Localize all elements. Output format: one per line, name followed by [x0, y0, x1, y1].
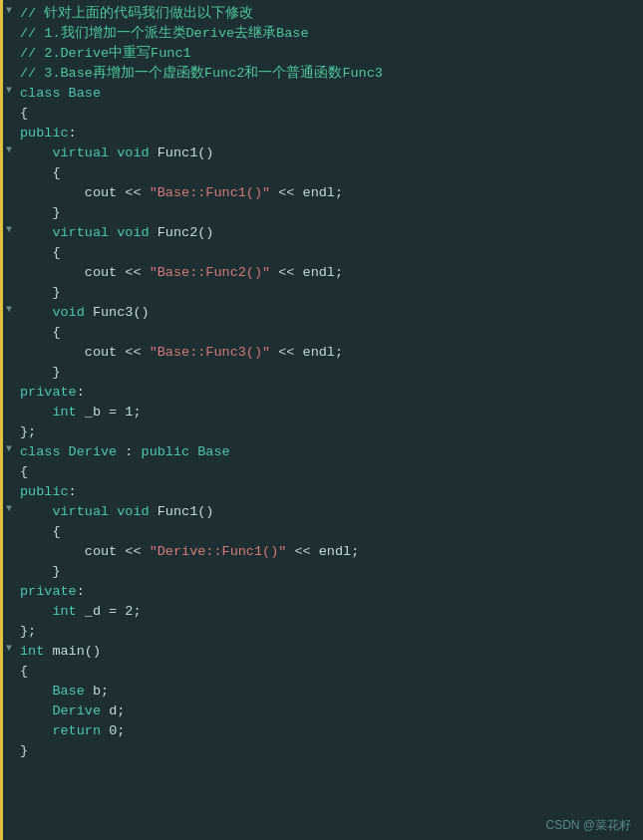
fold-gutter[interactable]: ▼: [0, 84, 18, 96]
line-content: cout << "Base::Func2()" << endl;: [18, 263, 643, 283]
fold-gutter: [0, 522, 18, 523]
code-line: private:: [0, 582, 643, 602]
fold-gutter[interactable]: ▼: [0, 4, 18, 16]
fold-gutter: [0, 183, 18, 184]
line-content: int _b = 1;: [18, 403, 643, 422]
fold-gutter: [0, 343, 18, 344]
token: Derive: [69, 444, 118, 459]
token: }: [20, 743, 28, 758]
fold-button[interactable]: ▼: [6, 5, 12, 16]
token: :: [77, 584, 85, 599]
token: int: [52, 604, 76, 619]
fold-gutter: [0, 622, 18, 623]
token: "Base::Func3()": [150, 345, 271, 360]
fold-gutter: [0, 383, 18, 384]
token: :: [117, 444, 141, 459]
fold-gutter: [0, 542, 18, 543]
line-content: }: [18, 741, 643, 761]
line-content: }: [18, 203, 643, 223]
line-content: {: [18, 163, 643, 183]
token: main(): [44, 644, 101, 659]
fold-gutter: [0, 243, 18, 244]
fold-gutter[interactable]: ▼: [0, 223, 18, 235]
token: // 3.Base再增加一个虚函数Func2和一个普通函数Func3: [20, 66, 383, 81]
token: class: [20, 86, 69, 101]
fold-button[interactable]: ▼: [6, 144, 12, 155]
token: // 针对上面的代码我们做出以下修改: [20, 6, 253, 21]
fold-gutter[interactable]: ▼: [0, 442, 18, 454]
token: d;: [109, 703, 125, 718]
fold-gutter[interactable]: ▼: [0, 502, 18, 514]
token: {: [52, 325, 60, 340]
token: _b = 1;: [77, 405, 142, 420]
line-content: public:: [18, 482, 643, 502]
fold-button[interactable]: ▼: [6, 643, 12, 654]
token: public: [20, 484, 69, 499]
line-content: cout << "Base::Func1()" << endl;: [18, 183, 643, 203]
line-content: // 针对上面的代码我们做出以下修改: [18, 4, 643, 24]
token: {: [52, 245, 60, 260]
fold-button[interactable]: ▼: [6, 85, 12, 96]
code-line: Base b;: [0, 682, 643, 701]
fold-gutter: [0, 741, 18, 742]
token: {: [52, 524, 60, 539]
line-content: return 0;: [18, 721, 643, 741]
line-content: {: [18, 323, 643, 343]
token: {: [20, 106, 28, 121]
token: b;: [93, 684, 109, 699]
fold-gutter[interactable]: ▼: [0, 642, 18, 654]
code-line: ▼ void Func3(): [0, 303, 643, 323]
code-line: private:: [0, 383, 643, 403]
token: }: [52, 564, 60, 579]
code-line: return 0;: [0, 721, 643, 741]
fold-button[interactable]: ▼: [6, 224, 12, 235]
fold-gutter[interactable]: ▼: [0, 143, 18, 155]
code-line: }: [0, 283, 643, 303]
line-content: {: [18, 104, 643, 124]
code-line: ▼int main(): [0, 642, 643, 662]
code-line: // 1.我们增加一个派生类Derive去继承Base: [0, 24, 643, 44]
fold-gutter: [0, 263, 18, 264]
token: }: [52, 205, 60, 220]
code-line: ▼class Derive : public Base: [0, 442, 643, 462]
line-content: private:: [18, 582, 643, 602]
line-content: {: [18, 462, 643, 482]
token: int: [20, 644, 44, 659]
code-line: ▼ virtual void Func1(): [0, 502, 643, 522]
fold-gutter: [0, 24, 18, 25]
token: :: [69, 126, 77, 140]
token: Base: [52, 684, 93, 699]
token: _d = 2;: [77, 604, 142, 619]
code-line: // 2.Derive中重写Func1: [0, 44, 643, 64]
code-line: ▼class Base: [0, 84, 643, 104]
token: };: [20, 424, 36, 439]
token: };: [20, 624, 36, 639]
fold-button[interactable]: ▼: [6, 443, 12, 454]
code-line: {: [0, 163, 643, 183]
code-line: {: [0, 243, 643, 263]
fold-gutter[interactable]: ▼: [0, 303, 18, 315]
code-line: cout << "Base::Func1()" << endl;: [0, 183, 643, 203]
code-line: };: [0, 622, 643, 642]
token: << endl;: [270, 185, 343, 200]
token: virtual: [52, 225, 117, 240]
token: Func3(): [93, 305, 150, 320]
fold-button[interactable]: ▼: [6, 503, 12, 514]
code-line: };: [0, 422, 643, 442]
code-line: }: [0, 741, 643, 761]
token: cout <<: [85, 185, 150, 200]
line-content: {: [18, 522, 643, 542]
code-line: public:: [0, 482, 643, 502]
fold-button[interactable]: ▼: [6, 304, 12, 315]
token: public: [20, 126, 69, 140]
token: class: [20, 444, 69, 459]
token: virtual: [52, 504, 117, 519]
token: void: [117, 145, 158, 160]
fold-gutter: [0, 283, 18, 284]
code-line: {: [0, 462, 643, 482]
line-content: virtual void Func1(): [18, 502, 643, 522]
fold-gutter: [0, 44, 18, 45]
line-content: {: [18, 662, 643, 682]
token: void: [52, 305, 93, 320]
line-content: Derive d;: [18, 701, 643, 721]
